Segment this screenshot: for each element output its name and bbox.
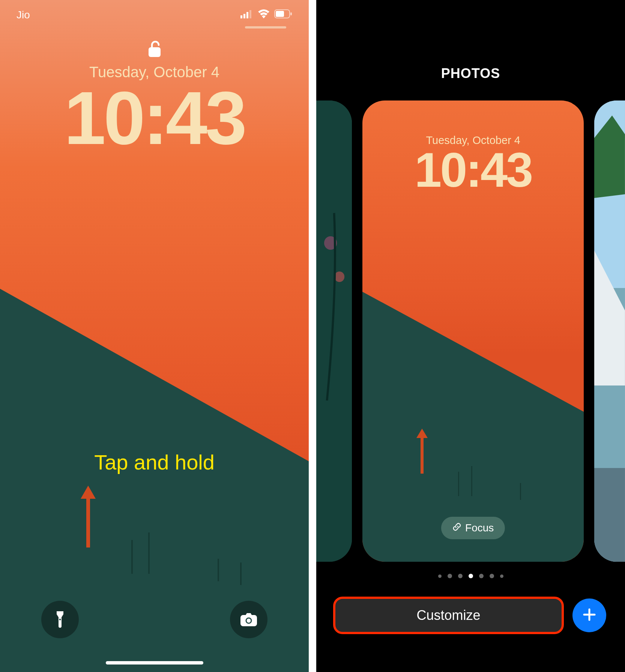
pager-dot <box>490 574 494 578</box>
plus-icon <box>581 606 598 624</box>
pager-dot <box>500 574 503 578</box>
svg-rect-8 <box>246 12 248 18</box>
svg-rect-25 <box>520 483 521 500</box>
pager-dot <box>479 574 484 578</box>
lock-time: 10:43 <box>0 75 309 161</box>
svg-rect-0 <box>86 499 90 548</box>
add-wallpaper-button[interactable] <box>572 598 606 632</box>
svg-rect-5 <box>240 562 242 585</box>
svg-point-17 <box>247 619 251 623</box>
svg-point-20 <box>335 272 345 282</box>
svg-rect-9 <box>249 10 251 18</box>
wallpaper-card-prev[interactable] <box>316 100 352 562</box>
camera-button[interactable] <box>230 601 267 638</box>
svg-rect-7 <box>243 14 245 18</box>
customize-button[interactable]: Customize <box>335 598 562 632</box>
wallpaper-card-next[interactable] <box>594 100 625 562</box>
svg-rect-6 <box>240 15 242 18</box>
home-indicator[interactable] <box>106 661 203 664</box>
svg-rect-24 <box>471 466 472 496</box>
svg-rect-13 <box>149 47 161 57</box>
link-icon <box>452 522 461 534</box>
pager-dot <box>458 574 463 578</box>
svg-rect-18 <box>316 100 352 562</box>
wallpaper-cards[interactable]: Tuesday, October 4 10:43 Focus <box>316 100 625 562</box>
bottom-actions: Customize <box>335 598 606 632</box>
pager-dot-active <box>469 574 473 578</box>
status-bar: Jio <box>0 9 309 21</box>
svg-rect-28 <box>594 468 625 562</box>
svg-rect-12 <box>290 12 292 15</box>
focus-button[interactable]: Focus <box>441 517 505 539</box>
status-icons <box>240 9 292 21</box>
svg-rect-23 <box>458 472 459 496</box>
svg-rect-4 <box>218 559 219 581</box>
svg-rect-21 <box>421 438 424 474</box>
cellular-icon <box>240 9 253 21</box>
pager-dot <box>438 574 442 578</box>
gallery-title: PHOTOS <box>316 66 625 81</box>
svg-point-14 <box>59 619 61 621</box>
svg-rect-11 <box>276 11 284 17</box>
customize-label: Customize <box>416 608 480 623</box>
lock-screen[interactable]: Jio Tuesday, October 4 10:43 Tap and hol… <box>0 0 309 672</box>
pager-dot <box>448 574 452 578</box>
svg-rect-3 <box>148 532 150 574</box>
flashlight-button[interactable] <box>41 601 79 638</box>
battery-icon <box>274 9 292 21</box>
tap-hold-hint: Tap and hold <box>0 450 309 474</box>
page-indicator <box>316 574 625 578</box>
focus-label: Focus <box>465 522 494 534</box>
svg-rect-2 <box>131 540 133 574</box>
status-underline <box>245 26 286 28</box>
wallpaper-card-current[interactable]: Tuesday, October 4 10:43 Focus <box>362 100 584 562</box>
wifi-icon <box>258 9 270 21</box>
card-time: 10:43 <box>362 142 584 198</box>
wallpaper-gallery-screen: PHOTOS Tuesday, October 4 <box>316 0 625 672</box>
unlock-icon <box>147 40 162 59</box>
carrier-label: Jio <box>17 9 30 21</box>
